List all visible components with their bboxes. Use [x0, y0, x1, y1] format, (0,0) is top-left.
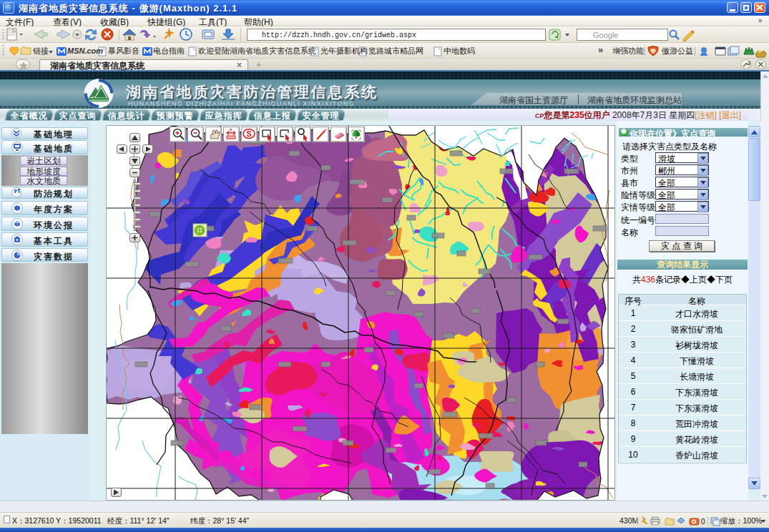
- svg-text:览路城市精品网: 览路城市精品网: [368, 46, 423, 55]
- svg-text:傲游公益: 傲游公益: [661, 46, 693, 55]
- svg-text:增强功能: 增强功能: [612, 46, 644, 55]
- svg-text:?: ?: [229, 127, 232, 134]
- svg-text:»: »: [598, 44, 603, 55]
- svg-text:欢迎登陆湖南省地质灾害信息系统: 欢迎登陆湖南省地质灾害信息系统: [197, 46, 316, 55]
- svg-text:中地数码: 中地数码: [444, 46, 475, 55]
- svg-text:链接: 链接: [33, 46, 49, 55]
- svg-text:光年摄影机构: 光年摄影机构: [320, 46, 368, 55]
- svg-text:电台指南: 电台指南: [153, 46, 185, 55]
- svg-text:0: 0: [701, 518, 705, 526]
- svg-text:S: S: [247, 129, 252, 138]
- svg-text:MSN.com: MSN.com: [67, 46, 103, 55]
- svg-text:暴风影音: 暴风影音: [108, 46, 139, 55]
